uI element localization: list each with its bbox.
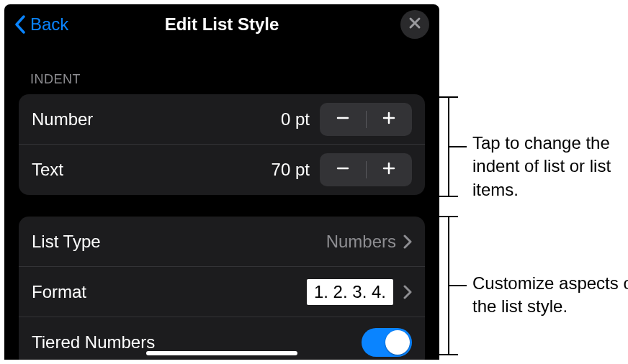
page-title: Edit List Style xyxy=(4,14,439,35)
close-icon xyxy=(408,17,421,32)
chevron-right-icon xyxy=(403,285,412,299)
list-type-row[interactable]: List Type Numbers xyxy=(19,217,425,267)
tiered-numbers-label: Tiered Numbers xyxy=(32,332,362,352)
minus-icon xyxy=(336,161,350,178)
format-row[interactable]: Format 1. 2. 3. 4. xyxy=(19,267,425,317)
text-indent-value: 70 pt xyxy=(272,160,310,180)
chevron-right-icon xyxy=(403,235,412,249)
callout-bracket xyxy=(439,216,458,217)
toggle-knob xyxy=(385,330,410,355)
plus-icon xyxy=(382,161,396,178)
text-indent-decrement[interactable] xyxy=(320,153,366,186)
number-indent-label: Number xyxy=(32,109,281,129)
callout-bracket xyxy=(439,354,458,355)
edit-list-style-panel: Back Edit List Style INDENT Number 0 pt xyxy=(4,4,439,360)
callout-bracket xyxy=(439,96,458,98)
number-indent-decrement[interactable] xyxy=(320,103,366,136)
nav-bar: Back Edit List Style xyxy=(4,4,439,45)
back-label: Back xyxy=(30,14,68,35)
text-indent-increment[interactable] xyxy=(367,153,413,186)
indent-section-header: INDENT xyxy=(4,45,439,94)
callout-style: Customize aspects of the list style. xyxy=(472,272,628,319)
format-label: Format xyxy=(32,282,307,302)
text-indent-stepper xyxy=(320,153,412,186)
number-indent-row: Number 0 pt xyxy=(19,94,425,145)
text-indent-row: Text 70 pt xyxy=(19,145,425,195)
home-indicator xyxy=(146,351,297,355)
minus-icon xyxy=(336,111,350,128)
callout-indent: Tap to change the indent of list or list… xyxy=(472,132,628,201)
list-type-value: Numbers xyxy=(326,232,396,252)
format-preview: 1. 2. 3. 4. xyxy=(307,279,393,305)
list-type-label: List Type xyxy=(32,232,326,252)
plus-icon xyxy=(382,111,396,128)
callout-bracket xyxy=(439,196,458,197)
number-indent-value: 0 pt xyxy=(281,109,310,129)
tiered-numbers-toggle[interactable] xyxy=(362,328,412,357)
number-indent-increment[interactable] xyxy=(367,103,413,136)
back-button[interactable]: Back xyxy=(14,14,68,35)
close-button[interactable] xyxy=(400,10,429,39)
text-indent-label: Text xyxy=(32,160,272,180)
callout-bracket xyxy=(448,285,467,286)
indent-group: Number 0 pt Text 70 pt xyxy=(19,94,425,195)
callout-bracket xyxy=(448,146,467,147)
chevron-left-icon xyxy=(14,15,26,34)
list-style-group: List Type Numbers Format 1. 2. 3. 4. Tie… xyxy=(19,217,425,360)
number-indent-stepper xyxy=(320,103,412,136)
